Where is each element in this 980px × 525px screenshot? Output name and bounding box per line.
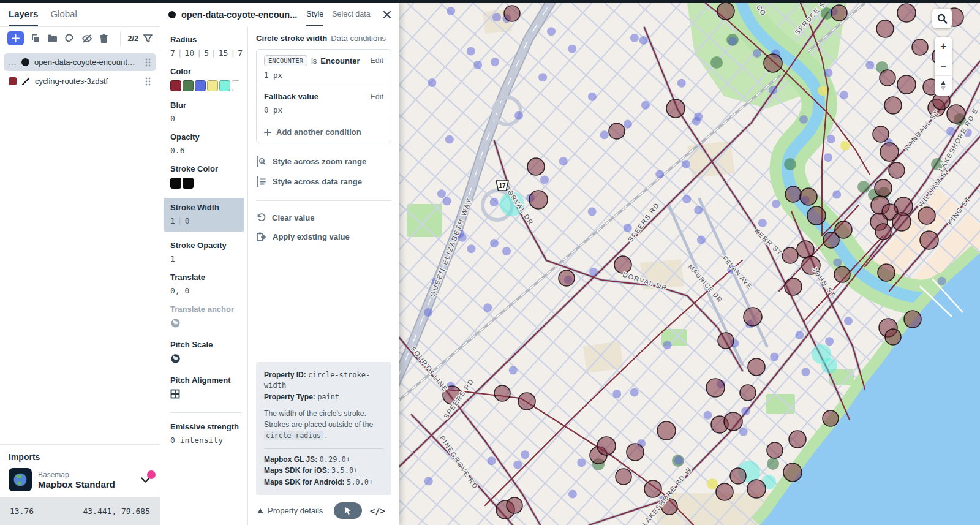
close-panel-button[interactable] <box>383 10 391 19</box>
style-across-data-button[interactable]: Style across data range <box>256 176 391 187</box>
prop-color[interactable]: Color <box>160 67 247 91</box>
search-icon <box>937 13 948 24</box>
panel-footer: Property details </> <box>256 495 391 525</box>
drag-handle-icon[interactable] <box>144 77 151 86</box>
prop-blur[interactable]: Blur 0 <box>160 100 247 123</box>
edit-fallback-button[interactable]: Edit <box>370 93 383 101</box>
duplicate-layer-button[interactable] <box>29 32 41 44</box>
plus-icon <box>12 34 20 42</box>
divider <box>264 448 383 449</box>
prop-label: Blur <box>170 100 241 110</box>
color-swatch[interactable] <box>170 80 181 91</box>
prop-pitch-scale[interactable]: Pitch Scale <box>160 340 247 366</box>
layer-name: cycling-routes-3zdstf <box>35 77 108 86</box>
hide-layer-button[interactable] <box>81 32 92 44</box>
compass-button[interactable] <box>935 76 952 96</box>
prop-value: 1 <box>170 254 241 263</box>
property-details-toggle[interactable]: Property details <box>257 506 323 515</box>
prop-opacity[interactable]: Opacity 0.6 <box>160 132 247 155</box>
globe-icon <box>170 318 181 328</box>
layers-toolbar: 2/2 <box>0 27 160 50</box>
prop-label: Radius <box>170 35 241 44</box>
apply-existing-value-button[interactable]: Apply existing value <box>256 232 391 242</box>
prop-value: 0, 0 <box>170 286 241 295</box>
prop-value: 0.6 <box>170 146 241 155</box>
color-swatch[interactable] <box>219 80 230 91</box>
version-line: Mapbox GL JS: 0.29.0+ <box>264 455 383 465</box>
clear-value-button[interactable]: Clear value <box>256 213 391 222</box>
compass-needle-icon <box>940 81 946 91</box>
undo-icon <box>256 213 266 222</box>
map-search-button[interactable] <box>932 9 952 28</box>
prop-emissive-strength[interactable]: Emissive strength 0 intensity <box>160 422 247 445</box>
prop-translate-anchor[interactable]: Translate anchor <box>160 304 247 331</box>
prop-label: Stroke Opacity <box>170 241 241 250</box>
layer-row-cycling-routes[interactable]: cycling-routes-3zdstf <box>4 72 156 90</box>
zoom-out-button[interactable]: − <box>935 56 952 76</box>
color-swatch[interactable] <box>183 178 194 189</box>
condition-match: Encounter <box>320 56 360 66</box>
coordinates-value: 43.441,-79.685 <box>83 507 150 516</box>
layer-row-coyote-encounters[interactable]: ... open-data-coyote-encounters-7lx... <box>4 53 156 71</box>
imports-heading: Imports <box>9 452 151 462</box>
property-details-box: Property ID: circle-stroke-width Propert… <box>256 362 391 495</box>
map-canvas[interactable]: QUEEN ELIZABETH WAYSPEERS RDSPEERS RDFOU… <box>399 3 980 525</box>
cursor-mode-button[interactable] <box>334 502 362 519</box>
filter-icon[interactable] <box>143 34 153 43</box>
prop-stroke-width[interactable]: Stroke Width 1|0 <box>164 198 244 232</box>
property-editor: Circle stroke widthData conditions ENCOU… <box>248 26 399 525</box>
panel-body: Radius 7|10|5|15|7 Color Blur 0 Opacity … <box>160 26 399 525</box>
layer-count-group: 2/2 <box>120 31 153 46</box>
link-label: Style across zoom range <box>273 157 366 166</box>
prop-translate[interactable]: Translate 0, 0 <box>160 273 247 295</box>
style-across-zoom-button[interactable]: Style across zoom range <box>256 156 391 167</box>
sidebar-tabs: Layers Global <box>0 3 160 27</box>
group-layer-button[interactable] <box>47 32 58 44</box>
layers-sidebar: Layers Global 2/2 <box>0 3 160 525</box>
collapse-triangle-icon <box>257 508 263 513</box>
zoom-in-button[interactable]: + <box>935 37 952 56</box>
basemap-import-item[interactable]: Basemap Mapbox Standard <box>9 468 151 491</box>
prop-stroke-color[interactable]: Stroke Color <box>160 164 247 189</box>
prop-radius[interactable]: Radius 7|10|5|15|7 <box>160 35 247 58</box>
tab-global[interactable]: Global <box>50 3 77 26</box>
code-view-button[interactable]: </> <box>370 506 385 516</box>
editor-mode[interactable]: Data conditions <box>331 34 386 43</box>
editor-heading-text: Circle stroke width <box>256 34 327 43</box>
select-on-map-button[interactable] <box>64 32 75 44</box>
prop-value: 7|10|5|15|7 <box>170 48 241 58</box>
color-swatch[interactable] <box>232 80 239 91</box>
fallback-row: Fallback value Edit 0 px <box>257 86 391 121</box>
prop-pitch-alignment[interactable]: Pitch Alignment <box>160 376 247 401</box>
color-swatch[interactable] <box>183 80 194 91</box>
prop-value: 1|0 <box>170 216 239 225</box>
tab-layers[interactable]: Layers <box>9 3 38 26</box>
color-swatch[interactable] <box>207 80 218 91</box>
condition-value[interactable]: 1 px <box>264 70 383 80</box>
fallback-value[interactable]: 0 px <box>264 105 383 115</box>
svg-text:17: 17 <box>499 183 506 189</box>
mapbox-studio-app: Layers Global 2/2 <box>0 0 980 525</box>
prop-value: 0 intensity <box>170 436 241 445</box>
plus-icon <box>264 129 271 136</box>
divider <box>256 200 391 201</box>
edit-condition-button[interactable]: Edit <box>370 56 383 65</box>
color-swatch[interactable] <box>170 178 181 189</box>
prop-stroke-opacity[interactable]: Stroke Opacity 1 <box>160 241 247 263</box>
data-conditions-card: ENCOUNTER is Encounter Edit 1 px Fallbac… <box>256 49 391 143</box>
property-list: Radius 7|10|5|15|7 Color Blur 0 Opacity … <box>160 26 248 525</box>
add-condition-label: Add another condition <box>276 127 361 137</box>
tab-style[interactable]: Style <box>306 3 323 26</box>
circle-layer-icon <box>21 58 29 66</box>
color-swatch[interactable] <box>195 80 206 91</box>
layer-list: ... open-data-coyote-encounters-7lx... c… <box>0 50 160 94</box>
panel-tabs: Style Select data <box>306 3 370 26</box>
property-id-label: Property ID: <box>264 371 306 379</box>
delete-layer-button[interactable] <box>98 32 110 44</box>
basemap-name: Mapbox Standard <box>38 479 115 489</box>
basemap-expand-control[interactable] <box>139 474 151 486</box>
add-condition-button[interactable]: Add another condition <box>257 121 391 143</box>
drag-handle-icon[interactable] <box>144 58 151 67</box>
add-layer-button[interactable] <box>7 31 24 45</box>
tab-select-data[interactable]: Select data <box>332 3 371 26</box>
